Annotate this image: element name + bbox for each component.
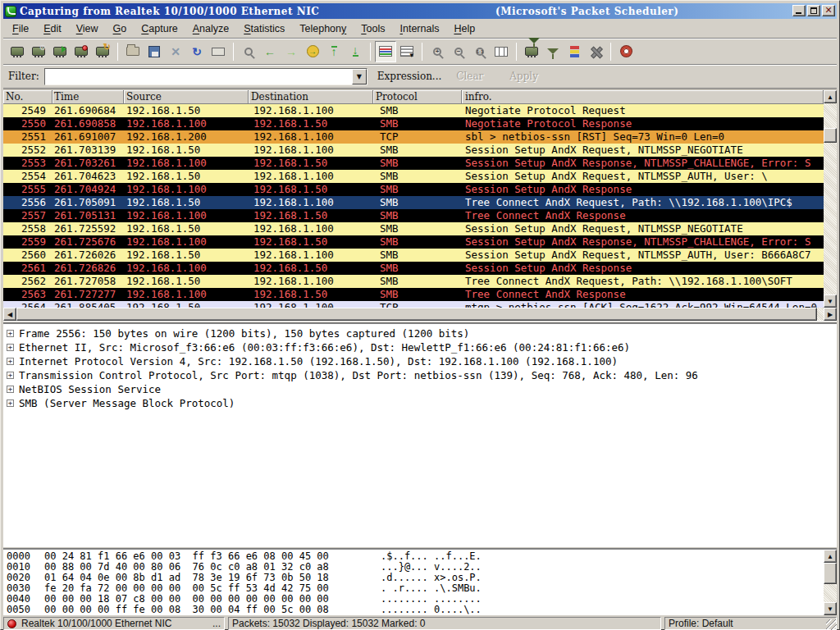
detail-text: NetBIOS Session Service <box>19 383 161 395</box>
auto-scroll-button[interactable] <box>396 41 418 62</box>
detail-row[interactable]: +Transmission Control Protocol, Src Port… <box>3 368 837 382</box>
menu-edit[interactable]: Edit <box>36 21 69 37</box>
menu-telephony[interactable]: Telephony <box>292 21 354 37</box>
expand-icon[interactable]: + <box>7 344 14 351</box>
detail-row[interactable]: +Frame 2556: 150 bytes on wire (1200 bit… <box>3 326 837 340</box>
clear-button[interactable]: Clear <box>451 69 488 84</box>
hex-line[interactable]: 005000 00 00 00 ff fe 00 08 30 00 04 ff … <box>7 605 837 615</box>
hscroll-thumb[interactable] <box>16 308 817 321</box>
packet-list-hscrollbar[interactable]: ◀ ▶ <box>3 308 837 321</box>
expand-icon[interactable]: + <box>7 386 14 393</box>
expression-button[interactable]: Expression... <box>372 69 447 84</box>
packet-row-2555[interactable]: 2555261.704924192.168.1.100192.168.1.50S… <box>3 183 824 196</box>
go-bottom-button[interactable]: ↓ <box>345 41 366 62</box>
column-header-time[interactable]: Time <box>52 90 124 104</box>
packet-row-2562[interactable]: 2562261.727058192.168.1.50192.168.1.100S… <box>3 275 824 288</box>
menu-analyze[interactable]: Analyze <box>185 21 236 37</box>
colorize-button[interactable] <box>375 41 396 62</box>
capture-stop-button[interactable] <box>71 41 92 62</box>
filter-input[interactable] <box>45 69 352 84</box>
packet-row-2550[interactable]: 2550261.690858192.168.1.100192.168.1.50S… <box>3 117 824 130</box>
packet-row-2563[interactable]: 2563261.727277192.168.1.100192.168.1.50S… <box>3 288 824 301</box>
cell-dst: 192.168.1.100 <box>249 104 373 117</box>
hex-scroll-down-button[interactable]: ▼ <box>824 602 837 615</box>
packet-row-2554[interactable]: 2554261.704623192.168.1.50192.168.1.100S… <box>3 170 824 183</box>
restore-button[interactable] <box>807 5 820 16</box>
menu-statistics[interactable]: Statistics <box>236 21 292 37</box>
filter-dropdown-button[interactable]: ▼ <box>352 69 367 84</box>
column-header-source[interactable]: Source <box>124 90 249 104</box>
main-toolbar: ⚙↻✕↻←→→↑↓+−1:1 <box>3 39 837 65</box>
capture-filter-button[interactable] <box>521 41 542 62</box>
capture-restart-button[interactable]: ↻ <box>92 41 113 62</box>
scroll-up-button[interactable]: ▲ <box>824 90 837 103</box>
menu-file[interactable]: File <box>5 21 36 37</box>
detail-row[interactable]: +Internet Protocol Version 4, Src: 192.1… <box>3 354 837 368</box>
menu-help[interactable]: Help <box>446 21 482 37</box>
find-packet-button[interactable] <box>238 41 259 62</box>
print-button[interactable] <box>208 41 229 62</box>
packet-row-2556[interactable]: 2556261.705091192.168.1.50192.168.1.100S… <box>3 196 824 209</box>
list-interfaces-button[interactable] <box>7 41 28 62</box>
detail-row[interactable]: +SMB (Server Message Block Protocol) <box>3 396 837 410</box>
scroll-down-button[interactable]: ▼ <box>824 294 837 308</box>
help-button[interactable] <box>615 41 637 62</box>
reload-button[interactable]: ↻ <box>186 41 208 62</box>
packet-row-2552[interactable]: 2552261.703139192.168.1.50192.168.1.100S… <box>3 144 824 157</box>
packet-row-2549[interactable]: 2549261.690684192.168.1.50192.168.1.100S… <box>3 104 824 117</box>
packet-list-vscrollbar[interactable]: ▲ ▼ <box>824 90 837 308</box>
packet-row-2558[interactable]: 2558261.725592192.168.1.50192.168.1.100S… <box>3 222 824 235</box>
packet-row-2557[interactable]: 2557261.705131192.168.1.100192.168.1.50S… <box>3 209 824 222</box>
packet-row-2551[interactable]: 2551261.691007192.168.1.200192.168.1.100… <box>3 130 824 144</box>
menu-capture[interactable]: Capture <box>134 21 185 37</box>
hex-vscroll-thumb[interactable] <box>824 563 837 584</box>
menu-go[interactable]: Go <box>106 21 135 37</box>
close-button[interactable]: ✕ <box>822 5 835 16</box>
packet-row-2559[interactable]: 2559261.725676192.168.1.100192.168.1.50S… <box>3 235 824 249</box>
capture-start-button[interactable] <box>49 41 71 62</box>
zoom-in-button[interactable]: + <box>427 41 448 62</box>
vscroll-thumb[interactable] <box>824 128 837 143</box>
hex-vscrollbar[interactable]: ▲ ▼ <box>824 550 837 615</box>
resize-columns-button[interactable] <box>491 41 512 62</box>
cell-dst: 192.168.1.50 <box>249 183 373 196</box>
go-top-button[interactable]: ↑ <box>323 41 345 62</box>
menu-view[interactable]: View <box>69 21 106 37</box>
scroll-left-button[interactable]: ◀ <box>3 308 16 321</box>
minimize-button[interactable] <box>792 5 806 16</box>
expand-icon[interactable]: + <box>7 372 14 379</box>
coloring-rules-button[interactable] <box>564 41 585 62</box>
packet-row-2553[interactable]: 2553261.703261192.168.1.100192.168.1.50S… <box>3 157 824 170</box>
zoom-1-1-button[interactable]: 1:1 <box>469 41 491 62</box>
title-bar[interactable]: Capturing from Realtek 10/100/1000 Ether… <box>3 3 837 19</box>
zoom-out-button[interactable]: − <box>448 41 469 62</box>
close-file-button[interactable]: ✕ <box>165 41 186 62</box>
expand-icon[interactable]: + <box>7 358 14 365</box>
packet-row-2564[interactable]: 2564261.885405192.168.1.50192.168.1.100T… <box>3 301 824 308</box>
go-forward-button[interactable]: → <box>281 41 302 62</box>
menu-tools[interactable]: Tools <box>354 21 392 37</box>
go-to-packet-button[interactable]: → <box>302 41 323 62</box>
hex-scroll-up-button[interactable]: ▲ <box>824 550 837 563</box>
detail-row[interactable]: +Ethernet II, Src: Microsof_f3:66:e6 (00… <box>3 340 837 354</box>
column-header-no[interactable]: No. <box>3 90 52 104</box>
go-back-button[interactable]: ← <box>259 41 281 62</box>
apply-button[interactable]: Apply <box>504 69 543 84</box>
detail-row[interactable]: +NetBIOS Session Service <box>3 382 837 396</box>
expand-icon[interactable]: + <box>7 399 14 407</box>
scroll-right-button[interactable]: ▶ <box>824 308 837 321</box>
expand-icon[interactable]: + <box>7 330 14 337</box>
save-file-button[interactable] <box>144 41 165 62</box>
open-file-button[interactable] <box>122 41 144 62</box>
column-header-info[interactable]: infro. <box>462 90 824 104</box>
capture-options-button[interactable]: ⚙ <box>28 41 49 62</box>
packet-row-2561[interactable]: 2561261.726826192.168.1.100192.168.1.50S… <box>3 262 824 275</box>
status-profile[interactable]: Profile: Default <box>664 617 837 630</box>
display-filter-button[interactable] <box>542 41 564 62</box>
resize-grip[interactable] <box>826 619 837 630</box>
column-header-destination[interactable]: Destination <box>249 90 373 104</box>
column-header-protocol[interactable]: Protocol <box>373 90 462 104</box>
menu-internals[interactable]: Internals <box>392 21 446 37</box>
preferences-button[interactable] <box>585 41 606 62</box>
packet-row-2560[interactable]: 2560261.726026192.168.1.50192.168.1.100S… <box>3 249 824 262</box>
